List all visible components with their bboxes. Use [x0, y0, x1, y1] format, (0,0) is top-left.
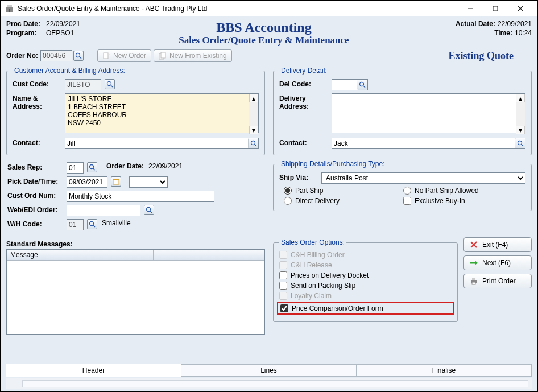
tab-header[interactable]: Header	[6, 364, 181, 377]
ship-via-label: Ship Via:	[279, 172, 319, 181]
sales-order-options-fieldset: Sales Order Options: C&H Billing Order C…	[273, 238, 458, 322]
svg-marker-32	[475, 261, 478, 265]
sales-rep-lookup[interactable]	[87, 162, 97, 172]
header-right: Actual Date:22/09/2021 Time:10:24	[448, 20, 532, 38]
cust-ord-input[interactable]	[67, 191, 214, 202]
exit-button[interactable]: Exit (F4)	[463, 237, 532, 252]
del-contact-label: Contact:	[279, 138, 329, 147]
program-label: Program:	[6, 29, 46, 37]
svg-line-18	[93, 168, 95, 170]
svg-rect-2	[9, 9, 10, 12]
wh-code-label: W/H Code:	[7, 219, 64, 228]
delivery-fieldset: Delivery Detail: Del Code: Delivery Addr…	[273, 67, 532, 155]
close-button[interactable]	[508, 1, 533, 16]
order-date-value: 22/09/2021	[148, 162, 183, 170]
order-no-input[interactable]	[40, 50, 72, 61]
app-icon	[5, 4, 14, 13]
std-messages-grid[interactable]: Message	[6, 249, 265, 335]
cust-contact-lookup[interactable]	[248, 138, 258, 148]
direct-delivery-radio[interactable]: Direct Delivery	[284, 197, 380, 205]
wh-code-lookup[interactable]	[87, 219, 97, 229]
svg-point-15	[251, 141, 255, 145]
tab-finalise[interactable]: Finalise	[356, 365, 532, 377]
ch-release-check: C&H Release	[279, 261, 452, 269]
svg-line-26	[363, 86, 365, 88]
pick-date-input[interactable]	[67, 176, 107, 188]
titlebar: Sales Order/Quote Entry & Maintenance - …	[1, 1, 537, 16]
del-contact-input[interactable]	[332, 138, 525, 149]
name-addr-textarea[interactable]	[65, 93, 259, 133]
print-button[interactable]: Print Order	[463, 274, 532, 288]
price-comparison-check[interactable]: Price Comparison/Order Form	[280, 304, 450, 312]
page-subtitle: Sales Order/Quote Entry & Maintenance	[80, 35, 448, 46]
webedi-label: Web/EDI Order:	[7, 205, 64, 214]
svg-rect-12	[161, 52, 165, 58]
svg-line-28	[522, 145, 523, 146]
actual-date-label: Actual Date:	[448, 20, 495, 28]
calendar-icon	[113, 178, 119, 185]
svg-marker-10	[108, 53, 110, 55]
prices-delivery-check[interactable]: Prices on Delivery Docket	[279, 271, 452, 279]
webedi-lookup[interactable]	[144, 205, 154, 215]
svg-line-24	[93, 225, 95, 227]
svg-point-25	[360, 82, 364, 86]
shipping-legend: Shipping Details/Purchasing Type:	[279, 160, 387, 168]
tab-lines[interactable]: Lines	[181, 365, 357, 377]
program-value: OEPSO1	[46, 29, 74, 37]
svg-line-14	[111, 85, 113, 87]
price-comparison-highlight: Price Comparison/Order Form	[277, 302, 454, 315]
svg-line-16	[255, 145, 256, 146]
sales-rep-input[interactable]	[67, 162, 84, 174]
new-from-existing-button[interactable]: New From Existing	[154, 49, 232, 62]
svg-point-23	[90, 222, 94, 226]
part-ship-radio[interactable]: Part Ship	[284, 187, 380, 195]
close-icon	[470, 241, 478, 249]
pick-date-label: Pick Date/Time:	[7, 176, 64, 185]
new-order-icon	[102, 52, 110, 60]
order-no-label: Order No:	[6, 52, 38, 60]
wh-name: Smallville	[102, 219, 131, 227]
cust-code-lookup[interactable]	[105, 79, 115, 89]
brand-title: BBS Accounting	[80, 20, 448, 35]
del-addr-textarea[interactable]	[332, 93, 525, 133]
ship-via-select[interactable]: Australia Post	[321, 172, 525, 184]
customer-legend: Customer Account & Billing Address:	[13, 67, 127, 75]
svg-line-8	[80, 57, 81, 59]
arrow-right-icon	[470, 259, 478, 267]
del-contact-lookup[interactable]	[515, 138, 525, 148]
status-text: Existing Quote	[448, 50, 514, 62]
scrollbar[interactable]: ▴▾	[516, 94, 525, 134]
header-left: Proc Date:22/09/2021 Program:OEPSO1	[6, 20, 80, 38]
next-button[interactable]: Next (F6)	[463, 255, 532, 270]
scrollbar[interactable]: ▴▾	[249, 94, 258, 134]
svg-point-7	[76, 53, 80, 57]
time-label: Time:	[465, 29, 512, 37]
pick-time-select[interactable]	[129, 176, 168, 188]
bottom-tabs: Header Lines Finalise	[6, 364, 532, 377]
svg-rect-4	[493, 6, 498, 11]
maximize-button[interactable]	[483, 1, 508, 16]
webedi-input[interactable]	[67, 205, 140, 216]
cust-code-input[interactable]	[65, 79, 101, 90]
order-no-lookup[interactable]	[73, 51, 84, 61]
minimize-button[interactable]	[458, 1, 483, 16]
send-packing-check[interactable]: Send on Packing Slip	[279, 282, 452, 290]
del-code-lookup[interactable]	[357, 80, 367, 90]
shipping-fieldset: Shipping Details/Purchasing Type: Ship V…	[273, 160, 532, 211]
svg-point-17	[90, 165, 94, 169]
svg-rect-20	[113, 179, 119, 180]
cust-code-label: Cust Code:	[13, 79, 63, 88]
svg-point-27	[518, 141, 522, 145]
cust-contact-input[interactable]	[65, 138, 259, 149]
pick-date-calendar[interactable]	[111, 176, 121, 187]
proc-date-label: Proc Date:	[6, 20, 46, 28]
ch-billing-check: C&H Billing Order	[279, 251, 452, 259]
delivery-legend: Delivery Detail:	[279, 67, 329, 75]
svg-point-13	[107, 82, 111, 86]
sales-rep-label: Sales Rep:	[7, 162, 64, 171]
new-order-button[interactable]: New Order	[97, 49, 151, 62]
wh-code-input[interactable]	[67, 219, 84, 230]
exclusive-buyin-check[interactable]: Exclusive Buy-In	[403, 197, 465, 205]
proc-date-value: 22/09/2021	[46, 20, 80, 28]
no-part-ship-radio[interactable]: No Part Ship Allowed	[403, 187, 479, 195]
